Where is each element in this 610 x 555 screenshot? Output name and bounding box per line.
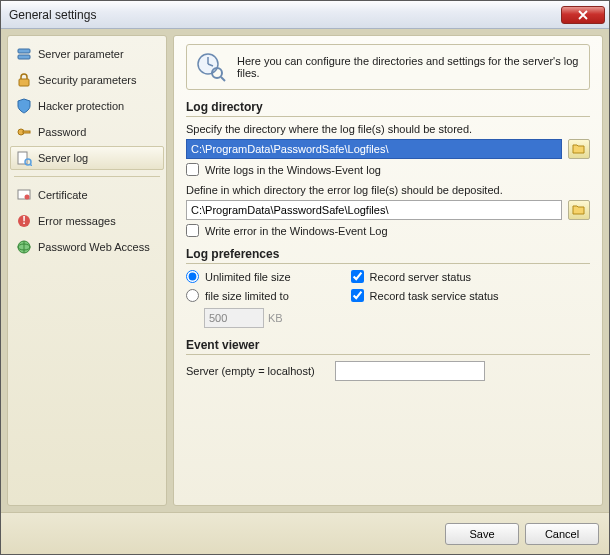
- sidebar-item-security-parameters[interactable]: Security parameters: [10, 68, 164, 92]
- write-error-event-label: Write error in the Windows-Event Log: [205, 225, 388, 237]
- sidebar-item-error-messages[interactable]: ! Error messages: [10, 209, 164, 233]
- record-task-status-label: Record task service status: [370, 290, 499, 302]
- sidebar-item-server-parameter[interactable]: Server parameter: [10, 42, 164, 66]
- key-icon: [16, 124, 32, 140]
- sidebar-separator: [14, 176, 160, 177]
- window: General settings Server parameter Securi…: [0, 0, 610, 555]
- svg-point-9: [25, 195, 30, 200]
- sidebar: Server parameter Security parameters Hac…: [7, 35, 167, 506]
- sidebar-item-label: Password Web Access: [38, 241, 150, 253]
- limited-size-radio[interactable]: [186, 289, 199, 302]
- close-button[interactable]: [561, 6, 605, 24]
- browse-log-dir-button[interactable]: [568, 139, 590, 159]
- sidebar-item-password[interactable]: Password: [10, 120, 164, 144]
- sidebar-item-label: Hacker protection: [38, 100, 124, 112]
- folder-icon: [572, 204, 586, 216]
- error-log-dir-input[interactable]: [186, 200, 562, 220]
- log-dir-hint: Specify the directory where the log file…: [186, 123, 590, 135]
- error-icon: !: [16, 213, 32, 229]
- certificate-icon: [16, 187, 32, 203]
- svg-rect-4: [23, 131, 30, 133]
- clock-search-icon: [195, 51, 227, 83]
- sidebar-item-certificate[interactable]: Certificate: [10, 183, 164, 207]
- log-icon: [16, 150, 32, 166]
- sidebar-item-label: Password: [38, 126, 86, 138]
- sidebar-item-label: Server log: [38, 152, 88, 164]
- banner-text: Here you can configure the directories a…: [237, 55, 581, 79]
- close-icon: [578, 10, 588, 20]
- window-title: General settings: [9, 8, 561, 22]
- info-banner: Here you can configure the directories a…: [186, 44, 590, 90]
- folder-icon: [572, 143, 586, 155]
- lock-icon: [16, 72, 32, 88]
- log-dir-input[interactable]: [186, 139, 562, 159]
- shield-icon: [16, 98, 32, 114]
- section-heading-log-preferences: Log preferences: [186, 247, 590, 264]
- write-logs-event-checkbox[interactable]: [186, 163, 199, 176]
- record-task-status-checkbox[interactable]: [351, 289, 364, 302]
- size-limit-unit: KB: [268, 312, 283, 324]
- svg-line-7: [30, 164, 32, 166]
- cancel-button[interactable]: Cancel: [525, 523, 599, 545]
- section-heading-event-viewer: Event viewer: [186, 338, 590, 355]
- sidebar-item-label: Certificate: [38, 189, 88, 201]
- sidebar-item-label: Server parameter: [38, 48, 124, 60]
- limited-size-label: file size limited to: [205, 290, 289, 302]
- globe-icon: [16, 239, 32, 255]
- sidebar-item-label: Error messages: [38, 215, 116, 227]
- sidebar-item-hacker-protection[interactable]: Hacker protection: [10, 94, 164, 118]
- section-heading-log-directory: Log directory: [186, 100, 590, 117]
- unlimited-size-radio[interactable]: [186, 270, 199, 283]
- svg-text:!: !: [22, 214, 26, 226]
- server-icon: [16, 46, 32, 62]
- event-server-input[interactable]: [335, 361, 485, 381]
- unlimited-size-label: Unlimited file size: [205, 271, 291, 283]
- sidebar-item-server-log[interactable]: Server log: [10, 146, 164, 170]
- content-panel: Here you can configure the directories a…: [173, 35, 603, 506]
- record-server-status-checkbox[interactable]: [351, 270, 364, 283]
- body: Server parameter Security parameters Hac…: [1, 29, 609, 512]
- event-server-label: Server (empty = localhost): [186, 365, 315, 377]
- svg-line-19: [221, 77, 225, 81]
- svg-rect-2: [19, 79, 29, 86]
- record-server-status-label: Record server status: [370, 271, 471, 283]
- svg-rect-0: [18, 49, 30, 53]
- titlebar: General settings: [1, 1, 609, 29]
- svg-rect-1: [18, 55, 30, 59]
- sidebar-item-password-web-access[interactable]: Password Web Access: [10, 235, 164, 259]
- err-dir-hint: Define in which directory the error log …: [186, 184, 590, 196]
- browse-error-log-dir-button[interactable]: [568, 200, 590, 220]
- footer: Save Cancel: [1, 512, 609, 554]
- save-button[interactable]: Save: [445, 523, 519, 545]
- sidebar-item-label: Security parameters: [38, 74, 136, 86]
- write-error-event-checkbox[interactable]: [186, 224, 199, 237]
- write-logs-event-label: Write logs in the Windows-Event log: [205, 164, 381, 176]
- size-limit-input[interactable]: [204, 308, 264, 328]
